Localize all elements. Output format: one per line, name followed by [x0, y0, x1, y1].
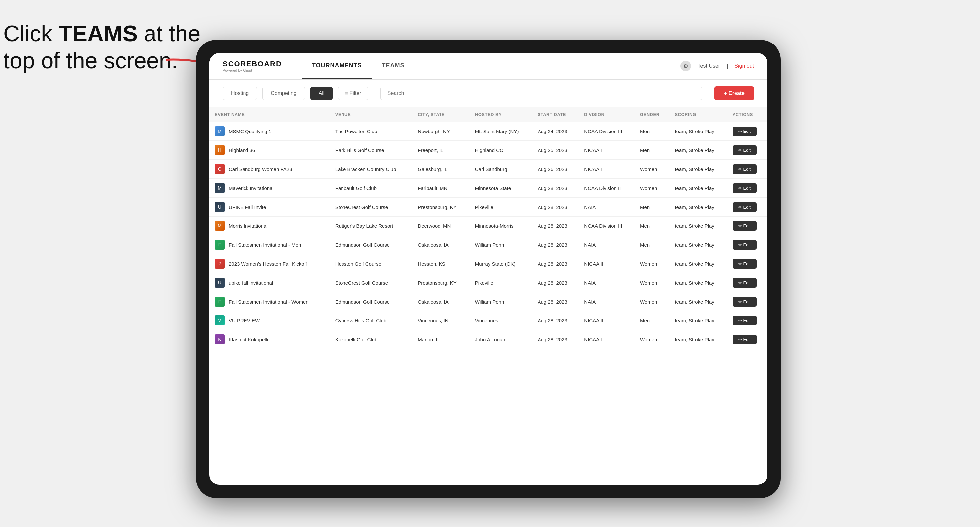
table-row: UUPIKE Fall InviteStoneCrest Golf Course…: [209, 198, 767, 216]
city-state-cell: Prestonsburg, KY: [412, 273, 469, 292]
table-header-row: EVENT NAMEVENUECITY, STATEHOSTED BYSTART…: [209, 107, 767, 122]
competing-tab[interactable]: Competing: [262, 87, 305, 100]
all-tab[interactable]: All: [310, 87, 333, 100]
hosted-by-cell: Pikeville: [470, 273, 533, 292]
search-input[interactable]: [380, 87, 703, 100]
nav-bar: SCOREBOARD Powered by Clippt TOURNAMENTS…: [209, 53, 767, 80]
division-cell: NCAA Division II: [579, 179, 635, 198]
event-name-cell: MMSMC Qualifying 1: [209, 122, 330, 141]
gender-cell: Men: [635, 122, 670, 141]
table-row: MMorris InvitationalRuttger's Bay Lake R…: [209, 216, 767, 235]
event-name-text: upike fall invitational: [229, 280, 273, 286]
event-name-cell: UUPIKE Fall Invite: [209, 198, 330, 216]
event-name-cell: HHighland 36: [209, 141, 330, 160]
division-cell: NICAA II: [579, 311, 635, 330]
scoring-cell: team, Stroke Play: [670, 141, 727, 160]
start-date-cell: Aug 28, 2023: [533, 216, 579, 235]
gender-cell: Women: [635, 179, 670, 198]
col-actions: ACTIONS: [727, 107, 767, 122]
start-date-cell: Aug 28, 2023: [533, 292, 579, 311]
event-name-cell: FFall Statesmen Invitational - Men: [209, 235, 330, 254]
city-state-cell: Marion, IL: [412, 330, 469, 349]
col-hosted-by: HOSTED BY: [470, 107, 533, 122]
table-row: FFall Statesmen Invitational - MenEdmund…: [209, 235, 767, 254]
scoring-cell: team, Stroke Play: [670, 311, 727, 330]
tournaments-table-container: EVENT NAMEVENUECITY, STATEHOSTED BYSTART…: [209, 107, 767, 485]
edit-button[interactable]: ✏ Edit: [732, 335, 757, 344]
edit-button[interactable]: ✏ Edit: [732, 316, 757, 325]
table-row: MMaverick InvitationalFaribault Golf Clu…: [209, 179, 767, 198]
nav-teams[interactable]: TEAMS: [372, 53, 415, 79]
actions-cell: ✏ Edit: [727, 273, 767, 292]
col-city--state: CITY, STATE: [412, 107, 469, 122]
edit-button[interactable]: ✏ Edit: [732, 202, 757, 212]
edit-button[interactable]: ✏ Edit: [732, 164, 757, 174]
table-row: 22023 Women's Hesston Fall KickoffHessto…: [209, 254, 767, 273]
nav-tournaments[interactable]: TOURNAMENTS: [302, 53, 372, 79]
event-name-text: Fall Statesmen Invitational - Women: [229, 299, 309, 305]
hosted-by-cell: Minnesota State: [470, 179, 533, 198]
city-state-cell: Hesston, KS: [412, 254, 469, 273]
event-name-text: Morris Invitational: [229, 223, 268, 229]
start-date-cell: Aug 28, 2023: [533, 235, 579, 254]
gender-cell: Women: [635, 160, 670, 179]
table-header: EVENT NAMEVENUECITY, STATEHOSTED BYSTART…: [209, 107, 767, 122]
city-state-cell: Prestonsburg, KY: [412, 198, 469, 216]
city-state-cell: Galesburg, IL: [412, 160, 469, 179]
edit-button[interactable]: ✏ Edit: [732, 240, 757, 250]
hosting-tab[interactable]: Hosting: [223, 87, 257, 100]
filter-button[interactable]: ≡ Filter: [338, 87, 368, 100]
gender-cell: Men: [635, 141, 670, 160]
col-gender: GENDER: [635, 107, 670, 122]
venue-cell: StoneCrest Golf Course: [330, 273, 412, 292]
edit-button[interactable]: ✏ Edit: [732, 278, 757, 287]
event-name-cell: MMaverick Invitational: [209, 179, 330, 198]
division-cell: NCAA Division III: [579, 122, 635, 141]
create-button[interactable]: + Create: [714, 86, 754, 100]
division-cell: NAIA: [579, 198, 635, 216]
actions-cell: ✏ Edit: [727, 179, 767, 198]
division-cell: NICAA I: [579, 330, 635, 349]
event-name-text: Klash at Kokopelli: [229, 337, 268, 342]
col-division: DIVISION: [579, 107, 635, 122]
team-logo: U: [215, 202, 224, 212]
edit-button[interactable]: ✏ Edit: [732, 183, 757, 193]
edit-button[interactable]: ✏ Edit: [732, 259, 757, 269]
team-logo: H: [215, 145, 224, 155]
hosted-by-cell: William Penn: [470, 292, 533, 311]
event-name-cell: VVU PREVIEW: [209, 311, 330, 330]
gender-cell: Women: [635, 273, 670, 292]
team-logo: F: [215, 240, 224, 250]
city-state-cell: Deerwood, MN: [412, 216, 469, 235]
actions-cell: ✏ Edit: [727, 141, 767, 160]
edit-button[interactable]: ✏ Edit: [732, 127, 757, 136]
scoring-cell: team, Stroke Play: [670, 179, 727, 198]
event-name-cell: KKlash at Kokopelli: [209, 330, 330, 349]
event-name-cell: MMorris Invitational: [209, 216, 330, 235]
edit-button[interactable]: ✏ Edit: [732, 146, 757, 155]
event-name-text: Fall Statesmen Invitational - Men: [229, 242, 301, 248]
scoring-cell: team, Stroke Play: [670, 235, 727, 254]
team-logo: M: [215, 126, 224, 136]
nav-links: TOURNAMENTS TEAMS: [302, 53, 680, 79]
settings-icon[interactable]: ⚙: [680, 61, 691, 71]
toolbar: Hosting Competing All ≡ Filter + Create: [209, 80, 767, 107]
team-logo: 2: [215, 259, 224, 269]
edit-button[interactable]: ✏ Edit: [732, 221, 757, 231]
actions-cell: ✏ Edit: [727, 160, 767, 179]
col-start-date: START DATE: [533, 107, 579, 122]
instruction-prefix: Click: [3, 21, 59, 46]
venue-cell: Edmundson Golf Course: [330, 235, 412, 254]
event-name-cell: 22023 Women's Hesston Fall Kickoff: [209, 254, 330, 273]
venue-cell: Cypress Hills Golf Club: [330, 311, 412, 330]
venue-cell: Park Hills Golf Course: [330, 141, 412, 160]
hosted-by-cell: Carl Sandburg: [470, 160, 533, 179]
actions-cell: ✏ Edit: [727, 330, 767, 349]
team-logo: K: [215, 334, 224, 344]
edit-button[interactable]: ✏ Edit: [732, 297, 757, 306]
city-state-cell: Oskaloosa, IA: [412, 292, 469, 311]
logo-title: SCOREBOARD: [223, 60, 282, 68]
division-cell: NICAA I: [579, 160, 635, 179]
event-name-text: Carl Sandburg Women FA23: [229, 167, 292, 172]
sign-out-link[interactable]: Sign out: [735, 63, 754, 69]
